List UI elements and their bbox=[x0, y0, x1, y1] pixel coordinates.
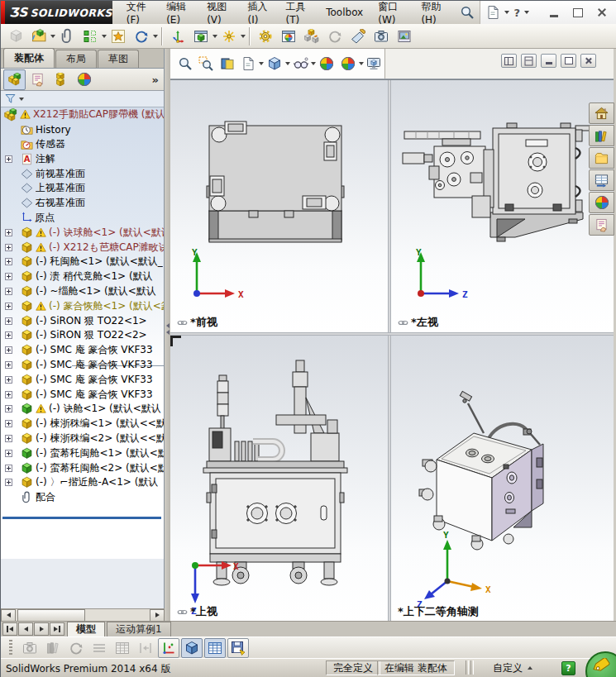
hide-show-items-button[interactable] bbox=[290, 52, 312, 75]
featuremanager-tree-tab[interactable] bbox=[3, 69, 26, 90]
tree-item-8[interactable]: (-) 诀球舱<1> (默认<默认 bbox=[1, 225, 164, 240]
viewport-dimetric-view[interactable]: Y X Z *上下二等角轴测 bbox=[391, 336, 614, 622]
scroll-right-button[interactable] bbox=[150, 609, 165, 622]
apply-scene-dropdown-icon[interactable] bbox=[359, 62, 364, 65]
zoom-to-fit-button[interactable] bbox=[174, 52, 196, 75]
tree-item-10[interactable]: (-) 秅闽舱<1> (默认<默认_ bbox=[1, 255, 164, 269]
expand-plus-icon[interactable] bbox=[5, 258, 12, 265]
split-horizontal-button[interactable] bbox=[501, 54, 517, 68]
rollback-bar[interactable] bbox=[2, 517, 161, 519]
menu-item-2[interactable]: 视图(V) bbox=[199, 1, 240, 24]
tree-item-11[interactable]: (-) 溃 稍代竟舱<1> (默认 bbox=[1, 269, 164, 284]
panel-tab-1[interactable]: 布局 bbox=[55, 50, 97, 68]
tree-item-15[interactable]: (-) SiRON 狠 TO22<2> bbox=[1, 328, 164, 343]
display-style-button[interactable] bbox=[264, 52, 285, 75]
reference-geometry-dropdown-icon[interactable] bbox=[241, 35, 246, 38]
key-properties-button[interactable] bbox=[135, 638, 156, 658]
view-settings-button[interactable] bbox=[364, 52, 385, 75]
previous-view-button[interactable] bbox=[217, 52, 238, 75]
doc-minimize-button[interactable] bbox=[541, 54, 556, 68]
expand-plus-icon[interactable] bbox=[5, 479, 12, 486]
expand-plus-icon[interactable] bbox=[5, 420, 12, 427]
doc-restore-button[interactable] bbox=[561, 54, 576, 68]
tree-item-13[interactable]: (-) 篆合恢舱<1> (默认<篆 bbox=[1, 298, 164, 313]
status-help-icon[interactable]: ? bbox=[561, 661, 575, 675]
expand-plus-icon[interactable] bbox=[5, 155, 12, 163]
splitter-collapse-icon[interactable] bbox=[165, 322, 170, 336]
tree-item-18[interactable]: (-) SMC 庵 篆合恢 VKF33 bbox=[1, 372, 164, 387]
filter-funnel-icon[interactable] bbox=[4, 93, 17, 105]
tree-item-1[interactable]: History bbox=[1, 122, 164, 137]
expand-plus-icon[interactable] bbox=[5, 450, 12, 457]
tree-item-3[interactable]: A注解 bbox=[1, 151, 164, 166]
split-vertical-button[interactable] bbox=[521, 54, 537, 68]
tree-horizontal-scrollbar[interactable] bbox=[1, 608, 165, 621]
rotate-component-dropdown-icon[interactable] bbox=[153, 35, 158, 38]
orientation-camera-views-button[interactable] bbox=[181, 638, 203, 658]
section-view-tool-button[interactable] bbox=[346, 25, 370, 48]
tree-item-14[interactable]: (-) SiRON 狠 TO22<1> bbox=[1, 313, 164, 328]
expand-plus-icon[interactable] bbox=[5, 244, 12, 251]
tree-item-17[interactable]: (-) SMC 庵 篆合恢 VKF33 bbox=[1, 358, 164, 373]
expand-plus-icon[interactable] bbox=[5, 361, 12, 369]
help-dropdown-icon[interactable] bbox=[524, 11, 529, 14]
motion-axes-button[interactable] bbox=[158, 638, 179, 658]
view-orientation-button[interactable] bbox=[238, 52, 260, 75]
expand-plus-icon[interactable] bbox=[5, 465, 12, 472]
edit-appearance-button[interactable] bbox=[316, 52, 337, 75]
help-icon[interactable]: ? bbox=[513, 7, 520, 19]
preview-window-button[interactable] bbox=[370, 25, 393, 48]
open-part-document-button[interactable] bbox=[27, 25, 50, 48]
study-tab-0[interactable]: 模型 bbox=[67, 622, 105, 636]
expand-plus-icon[interactable] bbox=[5, 376, 12, 384]
screen-capture-button[interactable] bbox=[393, 25, 416, 48]
tree-item-0[interactable]: X212手動貼CAP膠帶機 (默认 bbox=[1, 107, 164, 122]
panel-tab-2[interactable]: 草图 bbox=[98, 50, 139, 68]
design-library-tab[interactable] bbox=[589, 125, 614, 146]
menu-item-6[interactable]: 窗口(W) bbox=[370, 1, 413, 24]
expand-plus-icon[interactable] bbox=[5, 317, 12, 325]
expand-plus-icon[interactable] bbox=[5, 303, 12, 310]
tree-item-6[interactable]: 右视基准面 bbox=[1, 196, 164, 211]
panel-tab-0[interactable]: 装配体 bbox=[3, 48, 55, 68]
timeline-grid-button[interactable] bbox=[112, 638, 133, 658]
reference-geometry-button[interactable] bbox=[217, 25, 241, 48]
nav-previous-button[interactable] bbox=[18, 622, 33, 636]
expand-plus-icon[interactable] bbox=[5, 331, 12, 339]
tree-item-26[interactable]: 配合 bbox=[1, 490, 164, 505]
display-style-dropdown-icon[interactable] bbox=[285, 62, 290, 65]
restore-button[interactable] bbox=[568, 4, 588, 21]
expand-plus-icon[interactable] bbox=[5, 346, 12, 354]
mate-button[interactable] bbox=[55, 25, 79, 48]
viewport-left-view[interactable]: Y Z *左视 bbox=[391, 80, 614, 332]
scroll-thumb[interactable] bbox=[17, 609, 85, 622]
tree-item-2[interactable]: 传感器 bbox=[1, 137, 164, 152]
panel-splitter[interactable] bbox=[165, 49, 170, 621]
viewport-vertical-splitter[interactable] bbox=[388, 80, 391, 622]
assembly-features-button[interactable] bbox=[189, 25, 212, 48]
new-document-dropdown-icon[interactable] bbox=[504, 11, 509, 14]
viewport-front-view[interactable]: Y X *前视 bbox=[170, 80, 388, 332]
tree-item-19[interactable]: (-) SMC 庵 篆合恢 VKF33 bbox=[1, 387, 164, 402]
units-selector[interactable]: 自定义 bbox=[485, 660, 540, 675]
animation-preview-button[interactable] bbox=[19, 638, 41, 658]
minimize-button[interactable] bbox=[544, 4, 564, 21]
exploded-view-button[interactable] bbox=[300, 25, 323, 48]
manager-overflow-chevrons[interactable]: » bbox=[152, 74, 159, 86]
search-icon[interactable] bbox=[455, 1, 480, 24]
apply-scene-button[interactable] bbox=[337, 52, 359, 75]
expand-plus-icon[interactable] bbox=[5, 288, 12, 295]
nav-next-button[interactable] bbox=[34, 622, 49, 636]
nav-last-button[interactable] bbox=[50, 622, 64, 636]
close-button[interactable] bbox=[592, 4, 612, 21]
menu-item-1[interactable]: 编辑(E) bbox=[159, 1, 199, 24]
expand-plus-icon[interactable] bbox=[5, 273, 12, 280]
study-tab-1[interactable]: 运动算例1 bbox=[107, 622, 171, 636]
menu-item-5[interactable]: Toolbox bbox=[318, 1, 370, 24]
save-animation-button[interactable] bbox=[227, 638, 249, 658]
tree-item-12[interactable]: (-) ~缁舱<1> (默认<默认 bbox=[1, 284, 164, 299]
doc-close-button[interactable] bbox=[580, 54, 596, 68]
expand-plus-icon[interactable] bbox=[5, 435, 12, 442]
new-motion-study-button[interactable] bbox=[254, 25, 277, 48]
file-explorer-tab[interactable] bbox=[589, 147, 614, 169]
